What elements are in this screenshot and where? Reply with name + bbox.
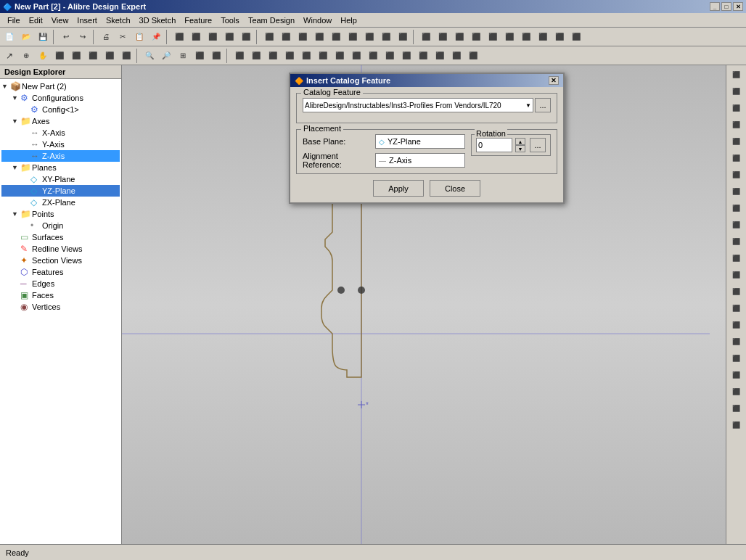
tb2-rotate[interactable]: ⊕ [18,48,34,64]
tb2-d11[interactable]: ⬛ [398,48,414,64]
tb-cut[interactable]: ✂ [115,29,131,45]
tb2-d10[interactable]: ⬛ [382,48,398,64]
tb-b4[interactable]: ⬛ [221,29,237,45]
close-button[interactable]: ✕ [733,2,743,11]
tb-c2[interactable]: ⬛ [278,29,294,45]
tree-expander[interactable]: ▼ [12,94,20,102]
dialog-close-button[interactable]: ✕ [549,76,559,85]
dialog-title-bar[interactable]: 🔶 Insert Catalog Feature ✕ [290,74,563,87]
tree-item-faces[interactable]: ▣ Faces [1,289,120,301]
catalog-ellipsis-button[interactable]: ... [535,98,551,112]
rt-b3[interactable]: ⬛ [729,100,745,116]
tree-item-redline-views[interactable]: ✎ Redline Views [1,243,120,255]
tree-item-planes[interactable]: ▼ 📁 Planes [1,162,120,173]
tb-c3[interactable]: ⬛ [295,29,311,45]
tb2-zoom-in[interactable]: 🔍 [142,48,157,64]
tree-item-origin[interactable]: • Origin [1,220,120,231]
tb-d8[interactable]: ⬛ [535,29,551,45]
tree-item-axes[interactable]: ▼ 📁 Axes [1,115,120,127]
tree-item-surfaces[interactable]: ▭ Surfaces [1,231,120,243]
rt-b20[interactable]: ⬛ [729,384,745,400]
tb2-zoom-fit[interactable]: ⊞ [175,48,191,64]
tb2-pan[interactable]: ✋ [35,48,51,64]
rt-b12[interactable]: ⬛ [729,250,745,266]
tb2-b5[interactable]: ⬛ [118,48,134,64]
rt-b8[interactable]: ⬛ [729,184,745,199]
rt-b13[interactable]: ⬛ [729,267,745,283]
rt-b1[interactable]: ⬛ [729,67,745,83]
tb-d10[interactable]: ⬛ [568,29,584,45]
tb2-d13[interactable]: ⬛ [432,48,448,64]
alignment-ref-input[interactable]: — Z-Axis [375,153,465,168]
menu-tools[interactable]: Tools [216,15,244,26]
tb2-d1[interactable]: ⬛ [231,48,247,64]
menu-feature[interactable]: Feature [180,15,216,26]
rt-b18[interactable]: ⬛ [729,350,745,366]
tb-d6[interactable]: ⬛ [501,29,517,45]
rt-b22[interactable]: ⬛ [729,417,745,433]
tb-d5[interactable]: ⬛ [485,29,501,45]
tb2-zoom-out[interactable]: 🔎 [158,48,174,64]
rotation-down-button[interactable]: ▼ [515,145,525,152]
tb-save[interactable]: 💾 [35,29,51,45]
tb2-b2[interactable]: ⬛ [68,48,84,64]
catalog-path-dropdown[interactable]: AlibreDesign/Instructables/Inst3-Profile… [303,98,533,112]
menu-insert[interactable]: Insert [73,15,102,26]
tb-d2[interactable]: ⬛ [435,29,451,45]
tree-item-features[interactable]: ⬡ Features [1,266,120,278]
tree-item-zx-plane[interactable]: ◇ ZX-Plane [1,197,120,208]
canvas-area[interactable]: * 🔶 Insert Catalog Feature ✕ Catalog [122,65,726,544]
rt-b6[interactable]: ⬛ [729,150,745,166]
tree-item-new-part[interactable]: ▼ 📦 New Part (2) [1,81,120,92]
tb-new[interactable]: 📄 [1,29,17,45]
close-button[interactable]: Close [430,180,480,197]
menu-teamdesign[interactable]: Team Design [244,15,299,26]
tb-c6[interactable]: ⬛ [345,29,361,45]
tb-c4[interactable]: ⬛ [311,29,327,45]
tb2-d4[interactable]: ⬛ [282,48,298,64]
rt-b16[interactable]: ⬛ [729,317,745,333]
rt-b17[interactable]: ⬛ [729,334,745,350]
menu-view[interactable]: View [47,15,73,26]
tb2-d8[interactable]: ⬛ [348,48,364,64]
apply-button[interactable]: Apply [373,180,424,197]
base-plane-input[interactable]: ◇ YZ-Plane [375,134,465,149]
tb-paste[interactable]: 📌 [148,29,164,45]
tree-item-config1[interactable]: ⚙ Config<1> [1,104,120,115]
tb2-c1[interactable]: ⬛ [192,48,208,64]
tb-c8[interactable]: ⬛ [378,29,394,45]
tree-item-z-axis[interactable]: ↔ Z-Axis [1,150,120,162]
tree-item-edges[interactable]: ─ Edges [1,278,120,289]
tb-redo[interactable]: ↪ [75,29,91,45]
tb2-d9[interactable]: ⬛ [365,48,381,64]
tree-expander[interactable]: ▼ [12,210,20,218]
tb2-d14[interactable]: ⬛ [448,48,464,64]
tb-open[interactable]: 📂 [18,29,34,45]
tb2-b3[interactable]: ⬛ [85,48,101,64]
tb2-d15[interactable]: ⬛ [465,48,481,64]
tb2-d12[interactable]: ⬛ [415,48,431,64]
rotation-input[interactable]: 0 [476,138,512,152]
tb2-d7[interactable]: ⬛ [332,48,348,64]
rt-b5[interactable]: ⬛ [729,133,745,149]
tb-d3[interactable]: ⬛ [451,29,467,45]
tb-c1[interactable]: ⬛ [261,29,277,45]
tb-b2[interactable]: ⬛ [188,29,204,45]
rt-b14[interactable]: ⬛ [729,284,745,300]
rt-b19[interactable]: ⬛ [729,367,745,383]
canvas[interactable]: * 🔶 Insert Catalog Feature ✕ Catalog [122,65,726,544]
rt-b4[interactable]: ⬛ [729,117,745,133]
rt-b15[interactable]: ⬛ [729,300,745,316]
menu-file[interactable]: File [3,15,25,26]
menu-edit[interactable]: Edit [25,15,47,26]
tb-copy[interactable]: 📋 [131,29,147,45]
tb-undo[interactable]: ↩ [58,29,74,45]
tb-b5[interactable]: ⬛ [238,29,254,45]
tb2-d6[interactable]: ⬛ [315,48,331,64]
tb2-d5[interactable]: ⬛ [298,48,314,64]
menu-window[interactable]: Window [299,15,336,26]
restore-button[interactable]: □ [721,2,731,11]
minimize-button[interactable]: _ [710,2,720,11]
tb-print[interactable]: 🖨 [98,29,114,45]
tree-item-yz-plane[interactable]: ◇ YZ-Plane [1,185,120,197]
